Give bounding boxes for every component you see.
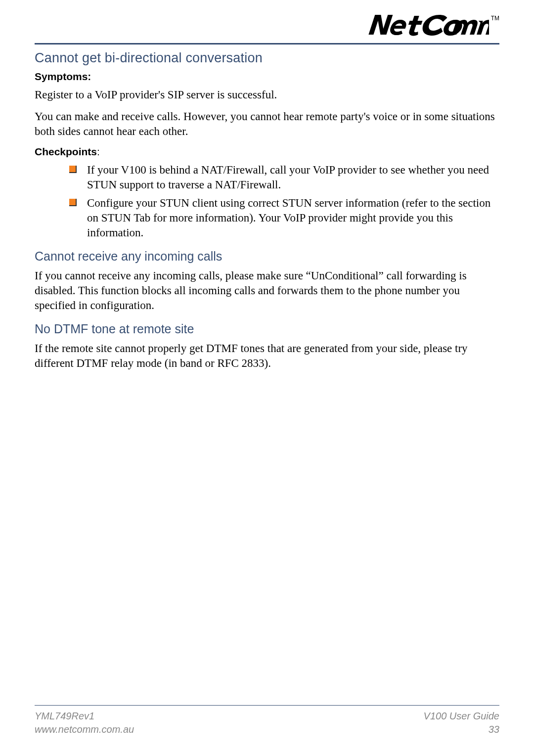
square-bullet-icon — [69, 199, 77, 206]
section-heading-incoming: Cannot receive any incoming calls — [35, 249, 499, 264]
brand-logo: TM — [367, 11, 499, 39]
netcomm-logo-icon — [367, 11, 489, 39]
page-header: TM — [35, 14, 499, 44]
list-item-text: If your V100 is behind a NAT/Firewall, c… — [87, 164, 489, 191]
checkpoints-list: If your V100 is behind a NAT/Firewall, c… — [35, 163, 499, 240]
list-item: If your V100 is behind a NAT/Firewall, c… — [69, 163, 499, 192]
list-item-text: Configure your STUN client using correct… — [87, 197, 490, 239]
symptom-text-2: You can make and receive calls. However,… — [35, 109, 499, 139]
footer-page-number: 33 — [424, 723, 499, 736]
checkpoints-label: Checkpoints: — [35, 146, 499, 158]
page-footer: YML749Rev1 www.netcomm.com.au V100 User … — [35, 705, 499, 736]
footer-guide-title: V100 User Guide — [424, 710, 499, 723]
dtmf-body: If the remote site cannot properly get D… — [35, 341, 499, 371]
footer-doc-rev: YML749Rev1 — [35, 710, 134, 723]
footer-left: YML749Rev1 www.netcomm.com.au — [35, 710, 134, 736]
incoming-body: If you cannot receive any incoming calls… — [35, 268, 499, 313]
checkpoints-colon: : — [97, 146, 100, 157]
section-heading-bidirectional: Cannot get bi-directional conversation — [35, 50, 499, 66]
page: TM Cannot get bi-directional conversatio… — [0, 0, 534, 756]
footer-right: V100 User Guide 33 — [424, 710, 499, 736]
checkpoints-label-text: Checkpoints — [35, 146, 97, 157]
square-bullet-icon — [69, 166, 77, 173]
symptoms-label: Symptoms: — [35, 71, 499, 83]
section-heading-dtmf: No DTMF tone at remote site — [35, 322, 499, 336]
footer-url: www.netcomm.com.au — [35, 723, 134, 736]
list-item: Configure your STUN client using correct… — [69, 196, 499, 240]
symptom-text-1: Register to a VoIP provider's SIP server… — [35, 88, 499, 102]
trademark-symbol: TM — [491, 15, 499, 22]
